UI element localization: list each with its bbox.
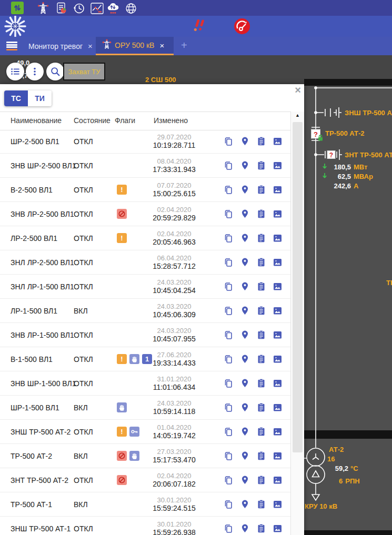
scrollbar-thumb[interactable] — [293, 122, 303, 452]
alarm-exclamations-icon[interactable] — [193, 19, 206, 36]
more-options-button[interactable] — [26, 63, 44, 80]
location-pin-icon[interactable] — [239, 427, 250, 437]
copy-icon[interactable] — [223, 475, 234, 486]
location-pin-icon[interactable] — [239, 136, 250, 147]
image-icon[interactable] — [272, 402, 283, 413]
image-icon[interactable] — [272, 160, 283, 171]
copy-icon[interactable] — [223, 306, 234, 316]
location-pin-icon[interactable] — [239, 451, 250, 461]
location-pin-icon[interactable] — [239, 233, 250, 244]
location-pin-icon[interactable] — [239, 160, 250, 171]
table-row[interactable]: В-2-500 ВЛ1 ОТКЛ ! 07.07.2020 15:00:25.6… — [0, 178, 290, 202]
clipboard-icon[interactable] — [256, 281, 266, 292]
location-pin-icon[interactable] — [239, 330, 250, 340]
table-row[interactable]: В-1-500 ВЛ1 ОТКЛ !1 27.06.2020 19:33:14.… — [0, 347, 290, 371]
location-pin-icon[interactable] — [239, 523, 250, 534]
copy-icon[interactable] — [223, 499, 234, 510]
transfer-updown-icon[interactable] — [11, 2, 24, 14]
image-icon[interactable] — [272, 475, 283, 486]
clipboard-icon[interactable] — [256, 499, 266, 510]
table-row[interactable]: ТР-500 АТ-2 ВКЛ 27.03.2020 15:17:53.470 — [0, 444, 290, 468]
table-row[interactable]: ЗНЛ ЛР-1-500 ВЛ1 ОТКЛ 24.03.2020 10:45:0… — [0, 275, 290, 299]
close-icon[interactable]: × — [159, 41, 164, 50]
image-icon[interactable] — [272, 427, 283, 437]
table-row[interactable]: ЗНШ ТР-500 АТ-2 ОТКЛ ! 01.04.2020 14:05:… — [0, 420, 290, 444]
copy-icon[interactable] — [223, 354, 234, 365]
location-pin-icon[interactable] — [239, 354, 250, 365]
location-pin-icon[interactable] — [239, 499, 250, 510]
clipboard-icon[interactable] — [256, 427, 266, 437]
table-row[interactable]: ЛР-1-500 ВЛ1 ВКЛ 24.03.2020 10:45:06.309 — [0, 299, 290, 323]
clipboard-icon[interactable] — [256, 330, 266, 340]
table-row[interactable]: ШР-2-500 ВЛ1 ОТКЛ 29.07.2020 10:19:28.71… — [0, 129, 290, 154]
image-icon[interactable] — [272, 330, 283, 340]
trend-chart-icon[interactable] — [90, 2, 104, 15]
clipboard-icon[interactable] — [256, 185, 266, 195]
location-pin-icon[interactable] — [239, 209, 250, 219]
globe-icon[interactable] — [124, 2, 138, 15]
image-icon[interactable] — [272, 136, 283, 147]
copy-icon[interactable] — [223, 233, 234, 244]
location-pin-icon[interactable] — [239, 378, 250, 389]
location-pin-icon[interactable] — [239, 306, 250, 316]
copy-icon[interactable] — [223, 136, 234, 147]
copy-icon[interactable] — [223, 402, 234, 413]
clipboard-icon[interactable] — [256, 136, 266, 147]
list-view-button[interactable] — [6, 63, 24, 80]
image-icon[interactable] — [272, 257, 283, 268]
transmission-tower-icon[interactable] — [36, 2, 50, 15]
clipboard-icon[interactable] — [256, 160, 266, 171]
copy-icon[interactable] — [223, 209, 234, 219]
table-row[interactable]: ЗНВ ШР-2-500 ВЛ1 ОТКЛ 08.04.2020 17:33:3… — [0, 154, 290, 178]
image-icon[interactable] — [272, 354, 283, 365]
cloud-transfer-icon[interactable] — [106, 2, 120, 15]
table-row[interactable]: ЛР-2-500 ВЛ1 ОТКЛ ! 02.04.2020 20:05:46.… — [0, 226, 290, 250]
table-row[interactable]: ТР-500 АТ-1 ВКЛ 30.01.2020 15:59:24.515 — [0, 492, 290, 517]
table-row[interactable]: ЗНШ ТР-500 АТ-1 ОТКЛ 30.01.2020 15:59:26… — [0, 517, 290, 535]
tab-alarm-monitor[interactable]: Монитор тревог × — [21, 37, 95, 55]
image-icon[interactable] — [272, 209, 283, 219]
clipboard-icon[interactable] — [256, 233, 266, 244]
clipboard-icon[interactable] — [256, 378, 266, 389]
clipboard-icon[interactable] — [256, 209, 266, 219]
copy-icon[interactable] — [223, 281, 234, 292]
copy-icon[interactable] — [223, 257, 234, 268]
copy-icon[interactable] — [223, 427, 234, 437]
gauge-icon[interactable] — [233, 17, 251, 37]
table-row[interactable]: ЗНЛ ЛР-2-500 ВЛ1 ОТКЛ 06.04.2020 15:28:5… — [0, 250, 290, 275]
tab-ti[interactable]: ТИ — [28, 90, 52, 106]
clipboard-icon[interactable] — [256, 354, 266, 365]
image-icon[interactable] — [272, 499, 283, 510]
close-icon[interactable]: × — [88, 42, 93, 51]
table-row[interactable]: ЗНТ ТР-500 АТ-2 ОТКЛ 02.04.2020 20:06:07… — [0, 468, 290, 492]
tab-ts[interactable]: ТС — [4, 90, 28, 106]
clipboard-icon[interactable] — [256, 402, 266, 413]
copy-icon[interactable] — [223, 330, 234, 340]
location-pin-icon[interactable] — [239, 185, 250, 195]
table-row[interactable]: ЗНВ ШР-1-500 ВЛ1 ОТКЛ 31.01.2020 11:01:0… — [0, 371, 290, 396]
scroll-up-icon[interactable]: ▲ — [291, 113, 304, 120]
location-pin-icon[interactable] — [239, 402, 250, 413]
copy-icon[interactable] — [223, 451, 234, 461]
image-icon[interactable] — [272, 451, 283, 461]
capture-tu-button[interactable]: Захват ТУ — [63, 63, 105, 80]
table-row[interactable]: ЗНВ ЛР-2-500 ВЛ1 ОТКЛ 02.04.2020 20:59:2… — [0, 202, 290, 226]
image-icon[interactable] — [272, 185, 283, 195]
copy-icon[interactable] — [223, 523, 234, 534]
search-button[interactable] — [46, 63, 64, 80]
image-icon[interactable] — [272, 281, 283, 292]
image-icon[interactable] — [272, 378, 283, 389]
copy-icon[interactable] — [223, 160, 234, 171]
location-pin-icon[interactable] — [239, 281, 250, 292]
clipboard-icon[interactable] — [256, 306, 266, 316]
location-pin-icon[interactable] — [239, 475, 250, 486]
clipboard-icon[interactable] — [256, 523, 266, 534]
image-icon[interactable] — [272, 523, 283, 534]
table-row[interactable]: ЗНВ ЛР-1-500 ВЛ1 ОТКЛ 24.03.2020 10:45:0… — [0, 323, 290, 347]
close-icon[interactable]: × — [295, 84, 301, 96]
clipboard-icon[interactable] — [256, 475, 266, 486]
history-icon[interactable] — [72, 2, 86, 15]
tab-oru-500[interactable]: ОРУ 500 кВ × — [96, 37, 174, 55]
image-icon[interactable] — [272, 306, 283, 316]
menu-icon[interactable] — [6, 42, 17, 51]
